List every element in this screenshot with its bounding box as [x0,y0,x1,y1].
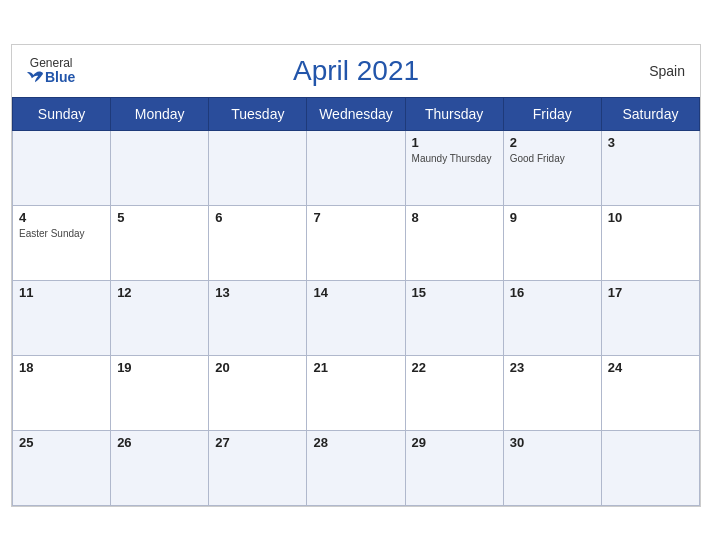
calendar-cell: 13 [209,280,307,355]
week-row-3: 11121314151617 [13,280,700,355]
calendar-cell: 25 [13,430,111,505]
calendar-cell: 24 [601,355,699,430]
week-row-4: 18192021222324 [13,355,700,430]
calendar-cell: 26 [111,430,209,505]
header-sunday: Sunday [13,97,111,130]
logo-blue-text: Blue [27,69,75,84]
weekday-header-row: Sunday Monday Tuesday Wednesday Thursday… [13,97,700,130]
header-friday: Friday [503,97,601,130]
calendar-cell: 22 [405,355,503,430]
day-number: 2 [510,135,595,150]
day-number: 1 [412,135,497,150]
week-row-5: 252627282930 [13,430,700,505]
calendar-header: General Blue April 2021 Spain [12,45,700,97]
country-label: Spain [649,63,685,79]
logo-bird-icon [27,70,43,84]
day-number: 23 [510,360,595,375]
calendar-cell: 15 [405,280,503,355]
calendar-cell: 5 [111,205,209,280]
day-number: 15 [412,285,497,300]
day-number: 9 [510,210,595,225]
header-wednesday: Wednesday [307,97,405,130]
calendar-cell: 10 [601,205,699,280]
day-number: 20 [215,360,300,375]
day-number: 24 [608,360,693,375]
calendar-cell [307,130,405,205]
day-number: 29 [412,435,497,450]
holiday-label: Maundy Thursday [412,153,497,164]
day-number: 8 [412,210,497,225]
holiday-label: Good Friday [510,153,595,164]
calendar-table: Sunday Monday Tuesday Wednesday Thursday… [12,97,700,506]
calendar-cell: 29 [405,430,503,505]
day-number: 27 [215,435,300,450]
calendar-cell [13,130,111,205]
calendar-container: General Blue April 2021 Spain Sunday Mon… [11,44,701,507]
day-number: 14 [313,285,398,300]
calendar-cell: 1Maundy Thursday [405,130,503,205]
holiday-label: Easter Sunday [19,228,104,239]
calendar-title: April 2021 [293,55,419,87]
calendar-cell: 20 [209,355,307,430]
calendar-cell: 17 [601,280,699,355]
header-saturday: Saturday [601,97,699,130]
calendar-cell: 19 [111,355,209,430]
day-number: 10 [608,210,693,225]
day-number: 17 [608,285,693,300]
calendar-cell [209,130,307,205]
calendar-cell: 12 [111,280,209,355]
calendar-cell: 27 [209,430,307,505]
calendar-cell: 11 [13,280,111,355]
header-tuesday: Tuesday [209,97,307,130]
day-number: 22 [412,360,497,375]
calendar-cell: 18 [13,355,111,430]
calendar-cell: 7 [307,205,405,280]
calendar-cell: 23 [503,355,601,430]
day-number: 5 [117,210,202,225]
calendar-cell: 21 [307,355,405,430]
calendar-cell: 28 [307,430,405,505]
calendar-cell: 14 [307,280,405,355]
logo: General Blue [27,56,75,85]
calendar-cell: 30 [503,430,601,505]
day-number: 19 [117,360,202,375]
day-number: 11 [19,285,104,300]
calendar-cell: 16 [503,280,601,355]
day-number: 16 [510,285,595,300]
day-number: 7 [313,210,398,225]
day-number: 18 [19,360,104,375]
day-number: 30 [510,435,595,450]
day-number: 4 [19,210,104,225]
header-monday: Monday [111,97,209,130]
calendar-cell [601,430,699,505]
calendar-cell: 8 [405,205,503,280]
calendar-cell: 6 [209,205,307,280]
header-thursday: Thursday [405,97,503,130]
calendar-cell: 9 [503,205,601,280]
calendar-cell [111,130,209,205]
day-number: 26 [117,435,202,450]
calendar-cell: 4Easter Sunday [13,205,111,280]
day-number: 12 [117,285,202,300]
day-number: 3 [608,135,693,150]
week-row-2: 4Easter Sunday5678910 [13,205,700,280]
calendar-cell: 2Good Friday [503,130,601,205]
day-number: 6 [215,210,300,225]
week-row-1: 1Maundy Thursday2Good Friday3 [13,130,700,205]
calendar-cell: 3 [601,130,699,205]
day-number: 21 [313,360,398,375]
day-number: 28 [313,435,398,450]
day-number: 25 [19,435,104,450]
day-number: 13 [215,285,300,300]
